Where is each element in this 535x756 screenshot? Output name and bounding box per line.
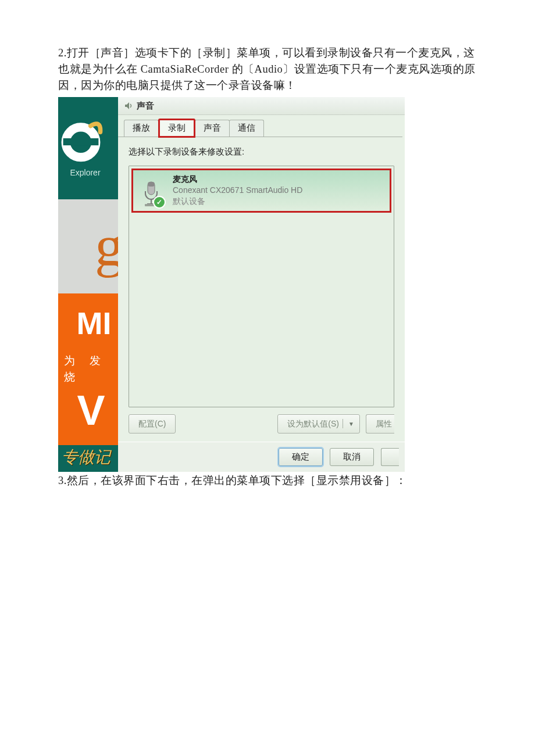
letter-g-icon: g [95,223,118,270]
configure-button[interactable]: 配置(C) [129,414,176,433]
default-check-badge-icon: ✓ [153,196,166,209]
tab-communications[interactable]: 通信 [229,120,264,137]
ie-label: Explorer [70,167,100,179]
desktop-mi-block: MI 为 发 烧 [58,293,118,392]
chevron-down-icon[interactable]: ▼ [343,419,356,428]
bottom-slogan: 专做记 [62,445,110,470]
step-3-text: 3.然后，在该界面下右击，在弹出的菜单项下选择［显示禁用设备］： [58,473,477,489]
device-name: 麦克风 [173,174,302,185]
mi-slogan: 为 发 烧 [64,353,118,385]
tab-sounds[interactable]: 声音 [195,120,230,137]
dialog-titlebar: 声音 [118,97,405,115]
recording-device-list[interactable]: ✓ 麦克风 Conexant CX20671 SmartAudio HD 默认设… [129,166,394,407]
tab-playback[interactable]: 播放 [124,120,159,137]
sound-dialog: 声音 播放 录制 声音 通信 选择以下录制设备来修改设置: [118,97,405,472]
svg-rect-1 [63,138,98,145]
svg-rect-3 [148,182,155,187]
desktop-ie-block: Explorer [58,97,118,199]
apply-button-cut[interactable] [381,448,399,467]
mi-logo: MI [77,300,112,347]
dialog-tabs: 播放 录制 声音 通信 [118,115,405,137]
tab-recording[interactable]: 录制 [158,119,195,138]
desktop-icon-strip: Explorer g MI 为 发 烧 V 专做记 [58,97,118,472]
properties-button[interactable]: 属性 [366,414,394,433]
device-text-block: 麦克风 Conexant CX20671 SmartAudio HD 默认设备 [173,174,302,207]
device-description: Conexant CX20671 SmartAudio HD [173,185,302,196]
device-action-row: 配置(C) 设为默认值(S) ▼ 属性 [129,407,394,442]
desktop-bottom-block: 专做记 [58,445,118,472]
step-2-text: 2.打开［声音］选项卡下的［录制］菜单项，可以看到录制设备只有一个麦克风，这也就… [58,45,477,94]
device-microphone-item[interactable]: ✓ 麦克风 Conexant CX20671 SmartAudio HD 默认设… [131,169,391,213]
recording-panel: 选择以下录制设备来修改设置: ✓ [118,137,402,442]
dialog-footer: 确定 取消 [118,442,405,472]
cancel-button[interactable]: 取消 [330,448,374,467]
panel-instruction: 选择以下录制设备来修改设置: [129,145,394,159]
microphone-icon: ✓ [138,174,165,207]
set-default-button[interactable]: 设为默认值(S) ▼ [277,414,360,433]
v-logo: V [77,392,105,429]
sound-dialog-screenshot: Explorer g MI 为 发 烧 V 专做记 声音 [58,97,405,472]
set-default-label: 设为默认值(S) [287,418,339,430]
desktop-g-block: g [58,199,118,293]
ok-button[interactable]: 确定 [279,448,323,467]
device-status: 默认设备 [173,196,302,207]
desktop-v-block: V [58,392,118,445]
dialog-title: 声音 [137,99,154,113]
speaker-icon [124,101,133,110]
internet-explorer-icon [59,118,103,162]
